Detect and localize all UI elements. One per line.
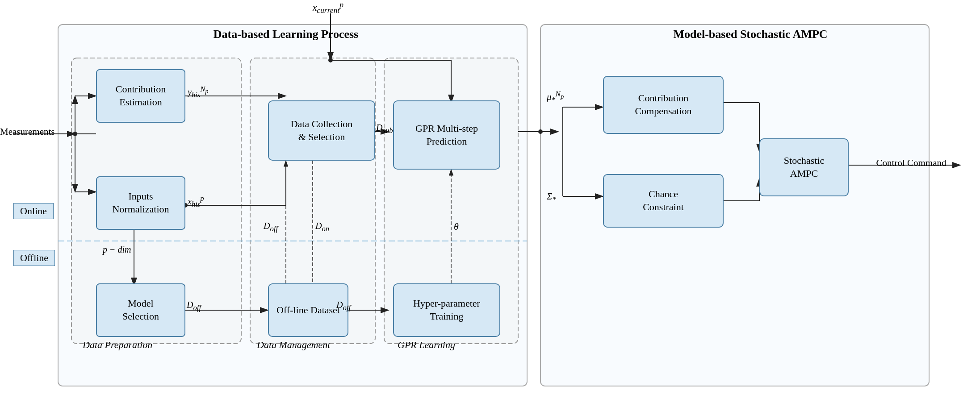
gpr-prediction-box: GPR Multi-stepPrediction: [393, 100, 500, 170]
gpr-prediction-label: GPR Multi-stepPrediction: [415, 122, 478, 148]
control-command-label: Control Command: [862, 158, 960, 169]
stochastic-ampc-box: StochasticAMPC: [759, 138, 849, 196]
contribution-compensation-label: ContributionCompensation: [635, 92, 691, 117]
inputs-normalization-box: InputsNormalization: [96, 176, 185, 230]
data-management-label: Data Management: [257, 339, 330, 351]
model-ampc-title: Model-based Stochastic AMPC: [639, 28, 862, 41]
svg-point-32: [538, 129, 543, 134]
gpr-learning-label: GPR Learning: [398, 339, 455, 351]
data-collection-box: Data Collection& Selection: [268, 100, 375, 161]
sigma-label: Σ*: [547, 191, 556, 204]
data-collection-label: Data Collection& Selection: [291, 118, 353, 143]
contribution-estimation-box: ContributionEstimation: [96, 69, 185, 123]
diagram-container: Data-based Learning Process Model-based …: [0, 0, 980, 407]
offline-dataset-label: Off-line Dataset: [276, 304, 340, 317]
online-label: Online: [13, 203, 54, 219]
offline-label: Offline: [13, 250, 55, 266]
contribution-compensation-box: ContributionCompensation: [603, 76, 724, 134]
d-sub-label: Dsub: [376, 123, 393, 135]
d-on-label: Don: [315, 221, 329, 233]
hyperparameter-label: Hyper-parameterTraining: [413, 297, 480, 323]
data-preparation-label: Data Preparation: [83, 339, 152, 351]
chance-constraint-box: ChanceConstraint: [603, 174, 724, 228]
inputs-normalization-label: InputsNormalization: [112, 190, 169, 216]
p-dim-label: p − dim: [103, 245, 131, 255]
d-off-ms-label: Doff: [187, 300, 201, 312]
hyperparameter-box: Hyper-parameterTraining: [393, 283, 500, 337]
model-selection-label: ModelSelection: [122, 297, 159, 323]
y-his-label: yhisNp: [188, 85, 208, 100]
svg-rect-6: [540, 25, 929, 386]
stochastic-ampc-label: StochasticAMPC: [784, 154, 824, 180]
contribution-estimation-label: ContributionEstimation: [116, 83, 166, 108]
mu-label: μ*Np: [547, 89, 564, 104]
d-off-up-label: Doff: [264, 221, 278, 233]
x-current-label: xcurrentp: [313, 0, 343, 15]
chance-constraint-label: ChanceConstraint: [643, 188, 684, 213]
d-off-od-label: Doff: [336, 300, 351, 312]
data-learning-title: Data-based Learning Process: [152, 28, 420, 41]
theta-label: θ: [454, 221, 459, 233]
measurements-label: Measurements: [0, 126, 54, 137]
model-selection-box: ModelSelection: [96, 283, 185, 337]
x-his-label: xhisp: [188, 194, 204, 209]
